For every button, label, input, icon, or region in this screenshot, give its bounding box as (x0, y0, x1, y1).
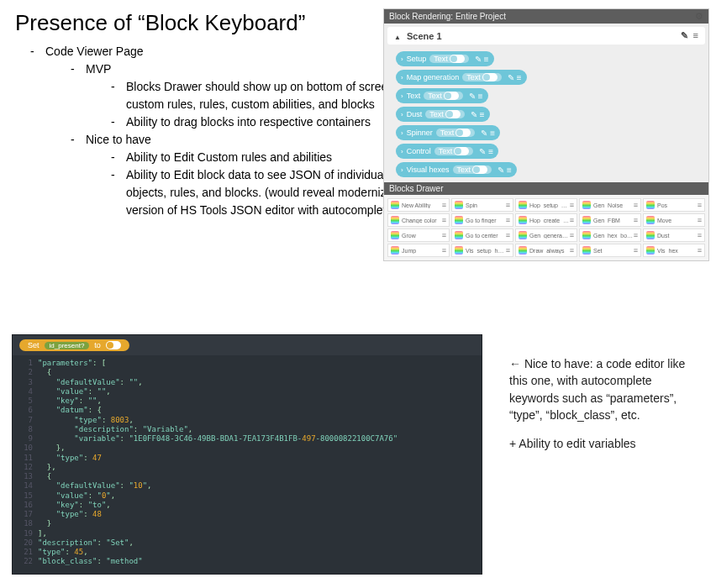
toggle-icon[interactable] (445, 110, 461, 118)
menu-icon[interactable]: ≡ (478, 92, 483, 101)
outline-nth-1: Ability to Edit Custom rules and abiliti… (111, 149, 422, 166)
menu-icon[interactable]: ≡ (506, 231, 510, 239)
toggle-icon[interactable] (455, 129, 471, 137)
drawer-item[interactable]: Gen_Noise≡ (579, 198, 641, 212)
drawer-item[interactable]: Gen_generate_map≡ (515, 228, 577, 242)
pencil-icon[interactable]: ✎ (481, 129, 487, 138)
block-pill-label: Map generation (407, 73, 460, 81)
swatch-icon (391, 201, 399, 209)
block-pill[interactable]: ›Visual hexesText✎≡ (396, 162, 517, 177)
caret-down-icon: ▲ (394, 34, 401, 41)
block-pill-text: Text (434, 55, 448, 63)
drawer-item[interactable]: New Ability≡ (387, 198, 450, 212)
drawer-item-label: New Ability (402, 202, 442, 208)
swatch-icon (582, 246, 591, 255)
drawer-item[interactable]: Go to finger≡ (451, 213, 513, 227)
menu-icon[interactable]: ≡ (488, 147, 493, 156)
code-chip[interactable]: Set id_present? to (19, 339, 129, 351)
panel-header: Block Rendering: Entire Project ⚙ (384, 9, 708, 24)
toggle-icon[interactable] (482, 73, 498, 81)
chevron-right-icon: › (401, 55, 403, 63)
gear-icon[interactable]: ⚙ (695, 11, 703, 22)
chevron-right-icon: › (401, 111, 403, 118)
block-pill-label: Setup (407, 55, 427, 63)
code-topbar: Set id_present? to (13, 335, 482, 355)
block-pill[interactable]: ›SpinnerText✎≡ (396, 125, 500, 140)
menu-icon[interactable]: ≡ (570, 246, 574, 255)
menu-icon[interactable]: ≡ (570, 231, 574, 239)
drawer-item[interactable]: Set≡ (579, 244, 641, 257)
pencil-icon[interactable]: ✎ (479, 147, 486, 156)
menu-icon[interactable]: ≡ (490, 129, 495, 138)
code-line: 16 "key": "to", (18, 501, 476, 510)
outline-mvp-2: Ability to drag blocks into respective c… (111, 113, 422, 131)
menu-icon[interactable]: ≡ (634, 216, 638, 224)
drawer-item[interactable]: Hop_setup_world_gener≡ (515, 198, 577, 212)
menu-icon[interactable]: ≡ (698, 201, 702, 209)
outline-l1-text: Code Viewer Page (45, 45, 143, 58)
menu-icon[interactable]: ≡ (442, 216, 446, 224)
drawer-item[interactable]: Go to center≡ (451, 228, 513, 242)
drawer-item[interactable]: Grow≡ (387, 228, 450, 242)
menu-icon[interactable]: ≡ (506, 201, 510, 209)
menu-icon[interactable]: ≡ (442, 231, 446, 239)
code-line: 20"description": "Set", (18, 538, 476, 548)
drawer-item[interactable]: Jump≡ (387, 244, 450, 257)
menu-icon[interactable]: ≡ (693, 30, 698, 41)
toggle-icon[interactable] (450, 55, 465, 63)
swatch-icon (582, 231, 591, 239)
menu-icon[interactable]: ≡ (698, 216, 702, 224)
menu-icon[interactable]: ≡ (442, 246, 446, 255)
block-pill-inner: Text (453, 165, 492, 174)
menu-icon[interactable]: ≡ (484, 55, 489, 64)
pencil-icon[interactable]: ✎ (508, 73, 514, 82)
menu-icon[interactable]: ≡ (506, 216, 510, 224)
block-pill[interactable]: ›ControlText✎≡ (396, 144, 498, 159)
menu-icon[interactable]: ≡ (634, 201, 638, 209)
menu-icon[interactable]: ≡ (442, 201, 446, 209)
drawer-item[interactable]: Gen_hex_borders≡ (579, 228, 641, 242)
pencil-icon[interactable]: ✎ (469, 92, 476, 101)
drawer-item-label: Vis_setup_hexagons (466, 248, 506, 254)
block-pill[interactable]: ›DustText✎≡ (396, 107, 490, 122)
block-pill[interactable]: ›Map generationText✎≡ (396, 70, 527, 85)
drawer-item[interactable]: Vis_hex≡ (643, 244, 705, 257)
pencil-icon[interactable]: ✎ (471, 110, 477, 119)
menu-icon[interactable]: ≡ (634, 231, 638, 239)
menu-icon[interactable]: ≡ (517, 73, 522, 82)
drawer-item[interactable]: Pos≡ (643, 198, 705, 212)
block-pill-inner: Text (425, 110, 465, 118)
menu-icon[interactable]: ≡ (506, 246, 510, 255)
pencil-icon[interactable]: ✎ (681, 30, 688, 41)
menu-icon[interactable]: ≡ (698, 231, 702, 239)
swatch-icon (455, 216, 463, 224)
scene-row[interactable]: ▲ Scene 1 ✎ ≡ (387, 27, 705, 45)
drawer-item[interactable]: Move≡ (643, 213, 705, 227)
drawer-item[interactable]: Vis_setup_hexagons≡ (451, 244, 513, 257)
menu-icon[interactable]: ≡ (634, 246, 638, 255)
drawer-item[interactable]: Draw_always≡ (515, 244, 577, 257)
block-pill[interactable]: ›SetupText✎≡ (396, 51, 494, 66)
toggle-icon[interactable] (444, 92, 459, 100)
drawer-item[interactable]: Gen_FBM≡ (579, 213, 641, 227)
toggle-icon[interactable] (454, 147, 469, 155)
drawer-item[interactable]: Hop_create_clones≡ (515, 213, 577, 227)
drawer-item[interactable]: Change color≡ (387, 213, 450, 227)
drawer-item-label: Hop_create_clones (529, 218, 570, 223)
menu-icon[interactable]: ≡ (507, 165, 512, 175)
menu-icon[interactable]: ≡ (698, 246, 702, 255)
chevron-right-icon: › (401, 148, 403, 155)
menu-icon[interactable]: ≡ (570, 201, 574, 209)
drawer-item-label: Gen_FBM (593, 218, 634, 223)
drawer-header: Blocks Drawer (384, 182, 708, 195)
toggle-icon[interactable] (472, 165, 487, 174)
drawer-item[interactable]: Spin≡ (451, 198, 513, 212)
block-pill[interactable]: ›TextText✎≡ (396, 88, 488, 103)
code-line: 18 } (18, 519, 476, 528)
toggle-icon[interactable] (106, 341, 121, 349)
menu-icon[interactable]: ≡ (570, 216, 574, 224)
pencil-icon[interactable]: ✎ (498, 165, 504, 175)
pencil-icon[interactable]: ✎ (475, 55, 482, 64)
drawer-item[interactable]: Dust≡ (643, 228, 705, 242)
menu-icon[interactable]: ≡ (480, 110, 485, 119)
